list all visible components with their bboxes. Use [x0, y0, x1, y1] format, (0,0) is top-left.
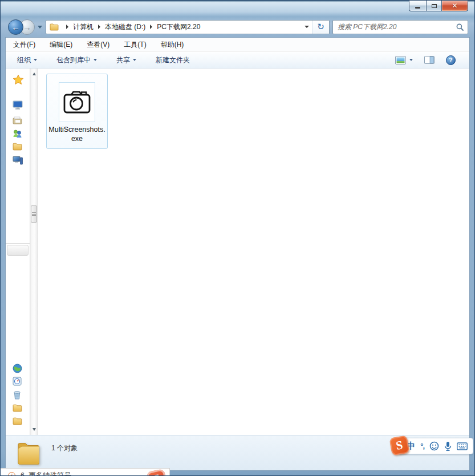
minimize-button[interactable] — [409, 1, 426, 11]
file-icon-box — [59, 82, 95, 122]
recent-pages-chevron-icon[interactable] — [38, 26, 42, 29]
organize-label: 组织 — [17, 55, 31, 65]
breadcrumb-separator-icon — [150, 25, 152, 29]
preview-pane-icon[interactable] — [424, 56, 435, 64]
menu-tools[interactable]: 工具(T) — [124, 40, 146, 50]
breadcrumb-separator-icon — [66, 25, 68, 29]
favorites-star-icon[interactable] — [13, 74, 24, 86]
close-icon: ✕ — [452, 1, 457, 11]
breadcrumb-local-disk-d[interactable]: 本地磁盘 (D:) — [105, 22, 145, 32]
file-list-area[interactable]: MultiScreenshots.exe — [38, 68, 469, 435]
navigation-bar: ← → 计算机 本地磁盘 (D:) PC下载网2.20 ↻ — [5, 17, 470, 37]
organize-button[interactable]: 组织 — [17, 55, 37, 65]
menu-edit[interactable]: 编辑(E) — [50, 40, 72, 50]
back-button[interactable]: ← — [8, 19, 23, 35]
chevron-down-icon — [409, 59, 413, 61]
menu-view[interactable]: 查看(V) — [87, 40, 109, 50]
breadcrumb-separator-icon — [98, 25, 100, 29]
navigation-pane — [6, 68, 30, 435]
ime-toolbar[interactable]: S 中 °, — [399, 438, 473, 454]
computer-icon[interactable] — [13, 155, 23, 165]
grip-icon — [32, 215, 36, 216]
ime-punctuation-button[interactable]: °, — [420, 442, 424, 450]
menu-bar: 文件(F) 编辑(E) 查看(V) 工具(T) 帮助(H) — [6, 38, 469, 52]
svg-text:?: ? — [449, 57, 452, 63]
item-count-label: 1 个对象 — [51, 443, 78, 453]
window-controls: ✕ — [409, 1, 468, 11]
control-panel-icon[interactable] — [13, 377, 22, 386]
share-label: 共享 — [116, 55, 130, 65]
chevron-down-icon — [133, 59, 136, 61]
desktop-icon[interactable] — [13, 100, 23, 110]
change-view-button[interactable] — [395, 56, 413, 64]
refresh-button[interactable]: ↻ — [312, 21, 329, 34]
network-globe-icon[interactable] — [13, 364, 22, 373]
camera-icon — [63, 90, 91, 115]
include-in-library-button[interactable]: 包含到库中 — [56, 55, 97, 65]
popup-menu-item[interactable]: 6. 更多特殊符号 — [21, 471, 71, 476]
scroll-up-button[interactable] — [30, 70, 38, 78]
folder-icon[interactable] — [13, 417, 22, 425]
file-name-label: MultiScreenshots.exe — [47, 125, 107, 143]
sidebar-scrollbar[interactable] — [30, 68, 38, 435]
scroll-down-button[interactable] — [30, 425, 38, 434]
pane-splitter — [6, 243, 30, 244]
new-folder-button[interactable]: 新建文件夹 — [156, 55, 190, 65]
homegroup-icon[interactable] — [13, 129, 22, 139]
client-area: 文件(F) 编辑(E) 查看(V) 工具(T) 帮助(H) 组织 包含到库中 共… — [5, 37, 470, 471]
menu-help[interactable]: 帮助(H) — [161, 40, 184, 50]
arrow-up-icon — [33, 72, 36, 75]
arrow-down-icon — [33, 428, 36, 431]
menu-file[interactable]: 文件(F) — [13, 40, 35, 50]
command-toolbar: 组织 包含到库中 共享 新建文件夹 — [6, 52, 469, 68]
grip-icon — [32, 212, 36, 213]
keyboard-icon[interactable] — [457, 442, 468, 450]
breadcrumb-current-folder[interactable]: PC下载网2.20 — [157, 22, 200, 32]
help-icon[interactable]: ? — [446, 55, 456, 65]
recycle-bin-icon[interactable] — [13, 390, 22, 400]
new-folder-label: 新建文件夹 — [156, 55, 190, 65]
address-dropdown-button[interactable] — [302, 21, 312, 34]
explorer-window: ✕ ← → 计算机 本地磁盘 (D:) PC下载网2.20 ↻ — [0, 0, 475, 476]
splitter-knob[interactable] — [7, 245, 29, 256]
chevron-down-icon — [305, 26, 309, 28]
folder-icon — [50, 23, 59, 31]
share-button[interactable]: 共享 — [116, 55, 136, 65]
search-input[interactable] — [333, 23, 456, 31]
info-icon: i — [8, 472, 15, 476]
search-icon[interactable] — [456, 23, 464, 31]
folder-icon[interactable] — [13, 404, 22, 412]
chevron-down-icon — [94, 59, 97, 61]
emoji-smiley-icon[interactable] — [429, 441, 439, 451]
maximize-icon — [432, 4, 437, 8]
title-bar[interactable]: ✕ — [1, 1, 474, 17]
chevron-down-icon — [34, 59, 37, 61]
minimize-icon — [415, 7, 420, 9]
status-folder-icon — [16, 439, 41, 466]
sogou-logo-icon[interactable]: S — [389, 435, 410, 456]
toolbar-right-group: ? — [395, 55, 464, 65]
include-in-library-label: 包含到库中 — [56, 55, 91, 65]
breadcrumb-computer[interactable]: 计算机 — [73, 22, 94, 32]
scrollbar-thumb[interactable] — [31, 205, 37, 223]
grip-icon — [32, 214, 36, 215]
sogou-logo-icon: S — [146, 469, 168, 476]
content-area: MultiScreenshots.exe — [6, 68, 469, 435]
documents-folder-icon[interactable] — [13, 142, 22, 151]
microphone-icon[interactable] — [444, 441, 452, 451]
views-icon — [395, 56, 406, 64]
file-item-multiscreenshots[interactable]: MultiScreenshots.exe — [46, 74, 108, 149]
address-bar[interactable]: 计算机 本地磁盘 (D:) PC下载网2.20 ↻ — [46, 20, 330, 34]
maximize-button[interactable] — [426, 1, 442, 11]
libraries-icon[interactable] — [13, 116, 22, 125]
close-button[interactable]: ✕ — [442, 1, 468, 11]
search-box — [332, 20, 468, 34]
ime-popup: i 6. 更多特殊符号 S — [1, 468, 170, 476]
